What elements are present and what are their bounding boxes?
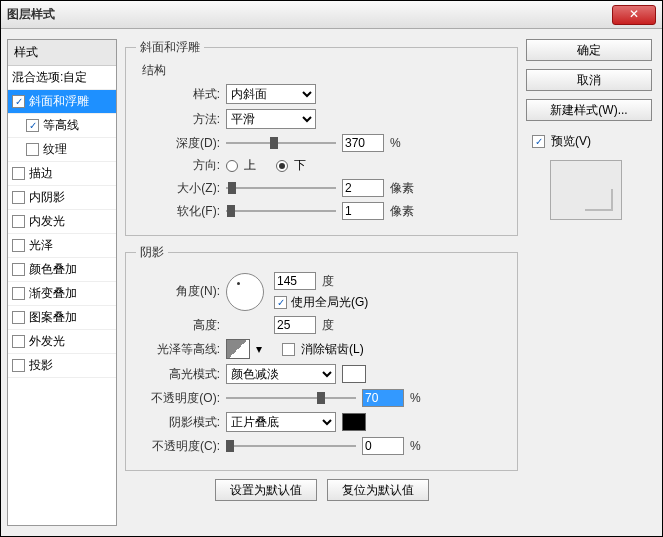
- structure-label: 结构: [142, 62, 507, 79]
- highlight-color-swatch[interactable]: [342, 365, 366, 383]
- close-button[interactable]: ✕: [612, 5, 656, 25]
- style-checkbox[interactable]: [12, 239, 25, 252]
- style-item-内发光[interactable]: 内发光: [8, 210, 116, 234]
- highlight-opacity-slider[interactable]: [226, 390, 356, 406]
- size-slider[interactable]: [226, 180, 336, 196]
- highlight-opacity-input[interactable]: [362, 389, 404, 407]
- direction-label: 方向:: [136, 157, 220, 174]
- direction-up-radio[interactable]: [226, 160, 238, 172]
- settings-panel: 斜面和浮雕 结构 样式: 内斜面 方法: 平滑 深度(D): % 方向:: [125, 39, 518, 526]
- dropdown-icon[interactable]: ▾: [256, 342, 262, 356]
- style-item-渐变叠加[interactable]: 渐变叠加: [8, 282, 116, 306]
- style-item-光泽[interactable]: 光泽: [8, 234, 116, 258]
- titlebar[interactable]: 图层样式 ✕: [1, 1, 662, 29]
- bevel-legend: 斜面和浮雕: [136, 39, 204, 56]
- bevel-group: 斜面和浮雕 结构 样式: 内斜面 方法: 平滑 深度(D): % 方向:: [125, 39, 518, 236]
- shadow-mode-label: 阴影模式:: [136, 414, 220, 431]
- technique-select[interactable]: 平滑: [226, 109, 316, 129]
- angle-label: 角度(N):: [136, 283, 220, 300]
- highlight-opacity-label: 不透明度(O):: [136, 390, 220, 407]
- depth-input[interactable]: [342, 134, 384, 152]
- shadow-opacity-input[interactable]: [362, 437, 404, 455]
- gloss-contour-picker[interactable]: [226, 339, 250, 359]
- antialias-checkbox[interactable]: [282, 343, 295, 356]
- window-title: 图层样式: [7, 6, 612, 23]
- style-checkbox[interactable]: [12, 359, 25, 372]
- style-item-斜面和浮雕[interactable]: 斜面和浮雕: [8, 90, 116, 114]
- layer-style-dialog: 图层样式 ✕ 样式 混合选项:自定 斜面和浮雕等高线纹理描边内阴影内发光光泽颜色…: [0, 0, 663, 537]
- style-item-外发光[interactable]: 外发光: [8, 330, 116, 354]
- styles-header: 样式: [8, 40, 116, 66]
- soften-label: 软化(F):: [136, 203, 220, 220]
- depth-slider[interactable]: [226, 135, 336, 151]
- make-default-button[interactable]: 设置为默认值: [215, 479, 317, 501]
- style-item-描边[interactable]: 描边: [8, 162, 116, 186]
- preview-label: 预览(V): [551, 133, 591, 150]
- soften-slider[interactable]: [226, 203, 336, 219]
- style-item-内阴影[interactable]: 内阴影: [8, 186, 116, 210]
- shadow-opacity-slider[interactable]: [226, 438, 356, 454]
- styles-list: 样式 混合选项:自定 斜面和浮雕等高线纹理描边内阴影内发光光泽颜色叠加渐变叠加图…: [7, 39, 117, 526]
- right-panel: 确定 取消 新建样式(W)... 预览(V): [526, 39, 652, 526]
- preview-checkbox[interactable]: [532, 135, 545, 148]
- size-label: 大小(Z):: [136, 180, 220, 197]
- style-item-等高线[interactable]: 等高线: [8, 114, 116, 138]
- shading-group: 阴影 角度(N): 度 使用全局光(G): [125, 244, 518, 471]
- style-item-图案叠加[interactable]: 图案叠加: [8, 306, 116, 330]
- cancel-button[interactable]: 取消: [526, 69, 652, 91]
- new-style-button[interactable]: 新建样式(W)...: [526, 99, 652, 121]
- blending-options[interactable]: 混合选项:自定: [8, 66, 116, 90]
- highlight-mode-label: 高光模式:: [136, 366, 220, 383]
- shadow-opacity-label: 不透明度(C):: [136, 438, 220, 455]
- style-checkbox[interactable]: [26, 143, 39, 156]
- angle-dial[interactable]: [226, 273, 264, 311]
- style-select[interactable]: 内斜面: [226, 84, 316, 104]
- style-item-纹理[interactable]: 纹理: [8, 138, 116, 162]
- style-checkbox[interactable]: [12, 167, 25, 180]
- ok-button[interactable]: 确定: [526, 39, 652, 61]
- direction-down-radio[interactable]: [276, 160, 288, 172]
- angle-input[interactable]: [274, 272, 316, 290]
- style-checkbox[interactable]: [12, 287, 25, 300]
- style-checkbox[interactable]: [12, 335, 25, 348]
- shadow-color-swatch[interactable]: [342, 413, 366, 431]
- style-checkbox[interactable]: [12, 95, 25, 108]
- altitude-input[interactable]: [274, 316, 316, 334]
- style-label: 样式:: [136, 86, 220, 103]
- style-checkbox[interactable]: [12, 311, 25, 324]
- shadow-mode-select[interactable]: 正片叠底: [226, 412, 336, 432]
- gloss-contour-label: 光泽等高线:: [136, 341, 220, 358]
- style-checkbox[interactable]: [12, 191, 25, 204]
- altitude-label: 高度:: [136, 317, 220, 334]
- technique-label: 方法:: [136, 111, 220, 128]
- style-checkbox[interactable]: [12, 263, 25, 276]
- shading-legend: 阴影: [136, 244, 168, 261]
- size-input[interactable]: [342, 179, 384, 197]
- soften-input[interactable]: [342, 202, 384, 220]
- style-checkbox[interactable]: [12, 215, 25, 228]
- preview-thumbnail: [550, 160, 622, 220]
- style-item-投影[interactable]: 投影: [8, 354, 116, 378]
- highlight-mode-select[interactable]: 颜色减淡: [226, 364, 336, 384]
- global-light-checkbox[interactable]: [274, 296, 287, 309]
- reset-default-button[interactable]: 复位为默认值: [327, 479, 429, 501]
- depth-label: 深度(D):: [136, 135, 220, 152]
- style-checkbox[interactable]: [26, 119, 39, 132]
- style-item-颜色叠加[interactable]: 颜色叠加: [8, 258, 116, 282]
